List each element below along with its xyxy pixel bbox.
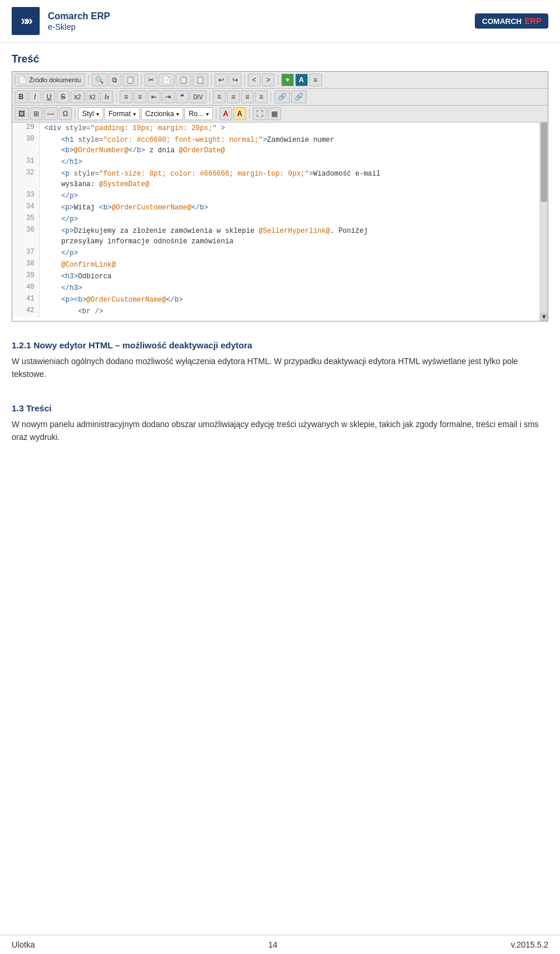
paste-button[interactable]: 📋 — [123, 74, 138, 86]
code-lines-container: 29 <div style="padding: 10px; margin: 20… — [12, 123, 548, 317]
style-label: Styl — [82, 110, 94, 118]
table-button[interactable]: ⊞ — [30, 107, 43, 120]
paste2-button[interactable]: 📋 — [176, 74, 191, 86]
indent-button[interactable]: ⇥ — [162, 90, 174, 103]
subscript-button[interactable]: x2 — [71, 90, 85, 103]
logo-text: Comarch ERP e-Sklep — [48, 11, 110, 31]
line-num-35: 35 — [12, 214, 40, 225]
scrollbar-down-arrow[interactable]: ▼ — [540, 313, 548, 321]
logo-icon: »» — [12, 7, 40, 35]
style-dropdown[interactable]: Styl — [78, 107, 103, 120]
less-button[interactable]: < — [248, 74, 261, 86]
separator-9 — [75, 109, 75, 119]
underline-button[interactable]: U — [43, 90, 55, 103]
line-content-33: </p> — [40, 190, 548, 202]
section-121: 1.2.1 Nowy edytor HTML – możliwość deakt… — [12, 336, 548, 394]
bold-button[interactable]: B — [15, 90, 27, 103]
html-editor[interactable]: 📄 Źródło dokumentu 🔍 ⧉ 📋 ✂ 📄 📋 📋 ↩ ↪ < >… — [12, 71, 548, 322]
symbol-button[interactable]: Ω — [59, 107, 72, 120]
page-body: Treść 📄 Źródło dokumentu 🔍 ⧉ 📋 ✂ 📄 📋 📋 ↩… — [0, 43, 560, 457]
separator-1 — [88, 75, 89, 85]
italic-button[interactable]: I — [29, 90, 41, 103]
line-num-33: 33 — [12, 190, 40, 202]
separator-8 — [271, 92, 271, 102]
outdent-button[interactable]: ⇤ — [148, 90, 160, 103]
bg-color-button[interactable]: A — [233, 107, 246, 120]
image-button[interactable]: ✦ — [281, 74, 294, 86]
list-ul-button[interactable]: ≡ — [134, 90, 146, 103]
code-line-41: 41 <p><b>@OrderCustomerName@</b> — [12, 294, 548, 306]
section-title: Treść — [12, 53, 548, 65]
unlink-button[interactable]: 🔗 — [291, 90, 307, 103]
logo-area: »» Comarch ERP e-Sklep — [12, 7, 110, 35]
text-color-button[interactable]: A — [219, 107, 232, 120]
code-line-34: 34 <p>Witaj <b>@OrderCustomerName@</b> — [12, 202, 548, 214]
line-num-37: 37 — [12, 247, 40, 259]
line-content-36: <p>Dziękujemy za złożenie zamówienia w s… — [40, 225, 548, 247]
code-line-30: 30 <h1 style="color: #cc6600; font-weigh… — [12, 134, 548, 156]
code-line-36: 36 <p>Dziękujemy za złożenie zamówienia … — [12, 225, 548, 247]
fullscreen-button[interactable]: ⛶ — [253, 107, 267, 120]
source-button[interactable]: 📄 Źródło dokumentu — [15, 74, 85, 86]
code-line-40: 40 </h3> — [12, 282, 548, 294]
line-content-31: </h1> — [40, 156, 548, 168]
code-line-42: 42 <br /> — [12, 306, 548, 317]
font-dropdown[interactable]: Czcionka — [141, 107, 183, 120]
superscript-button[interactable]: x2 — [86, 90, 100, 103]
strikethrough-button[interactable]: S — [57, 90, 69, 103]
find-button[interactable]: 🔍 — [92, 74, 107, 86]
heading-121: 1.2.1 Nowy edytor HTML – możliwość deakt… — [12, 340, 548, 350]
align-justify-button[interactable]: ≡ — [255, 90, 268, 103]
font-label: Czcionka — [145, 110, 174, 118]
badge-comarch-text: COMARCH — [482, 17, 522, 26]
paste3-button[interactable]: 📋 — [192, 74, 208, 86]
logo-subtitle: e-Sklep — [48, 22, 110, 32]
page-header: »» Comarch ERP e-Sklep COMARCH ERP — [0, 0, 560, 43]
logo-arrows-icon: »» — [21, 13, 30, 29]
align-button[interactable]: ≡ — [309, 74, 322, 86]
toolbar-row-3: 🖼 ⊞ — Ω Styl Format Czcionka Ro... A A ⛶… — [12, 106, 548, 123]
line-content-30: <h1 style="color: #cc6600; font-weight: … — [40, 134, 548, 156]
list-ol-button[interactable]: ≡ — [120, 90, 132, 103]
font-button[interactable]: A — [295, 74, 308, 86]
align-right-button[interactable]: ≡ — [241, 90, 254, 103]
toolbar-row-1: 📄 Źródło dokumentu 🔍 ⧉ 📋 ✂ 📄 📋 📋 ↩ ↪ < >… — [12, 72, 548, 89]
code-line-29: 29 <div style="padding: 10px; margin: 20… — [12, 123, 548, 134]
section-13: 1.3 Treści W nowym panelu administracyjn… — [12, 394, 548, 457]
redo-button[interactable]: ↪ — [229, 74, 242, 86]
line-num-30: 30 — [12, 134, 40, 156]
hr-button[interactable]: — — [44, 107, 58, 120]
code-line-38: 38 @ConfirmLink@ — [12, 259, 548, 271]
cut-button[interactable]: ✂ — [145, 74, 158, 86]
undo-button[interactable]: ↩ — [215, 74, 228, 86]
extra-button[interactable]: ▦ — [268, 107, 281, 120]
link-button[interactable]: 🔗 — [274, 90, 290, 103]
page-footer: Ulotka 14 v.2015.5.2 — [0, 935, 560, 954]
comarch-badge: COMARCH ERP — [475, 13, 548, 29]
align-center-button[interactable]: ≡ — [227, 90, 240, 103]
separator-11 — [249, 109, 250, 119]
code-editor-area[interactable]: 29 <div style="padding: 10px; margin: 20… — [12, 123, 548, 321]
footer-version: v.2015.5.2 — [511, 940, 548, 949]
line-content-37: </p> — [40, 247, 548, 259]
separator-4 — [244, 75, 245, 85]
clear-format-button[interactable]: Ix — [100, 90, 113, 103]
footer-page: 14 — [268, 940, 278, 949]
separator-5 — [278, 75, 278, 85]
align-left-button[interactable]: ≡ — [213, 90, 226, 103]
code-line-39: 39 <h3>Odbiorca — [12, 271, 548, 282]
scrollbar-thumb[interactable] — [541, 123, 547, 202]
copy2-button[interactable]: 📄 — [159, 74, 174, 86]
line-num-29: 29 — [12, 123, 40, 134]
blockquote-button[interactable]: ❝ — [176, 90, 188, 103]
size-label: Ro... — [188, 110, 203, 118]
greater-button[interactable]: > — [262, 74, 275, 86]
dtd-button[interactable]: DIV — [190, 90, 206, 103]
section-13-para1: W nowym panelu administracyjnym dodano o… — [12, 418, 548, 444]
line-content-42: <br /> — [40, 306, 548, 317]
line-num-40: 40 — [12, 282, 40, 294]
size-dropdown[interactable]: Ro... — [184, 107, 212, 120]
image-insert-button[interactable]: 🖼 — [15, 107, 29, 120]
copy-button[interactable]: ⧉ — [108, 74, 121, 86]
format-dropdown[interactable]: Format — [104, 107, 140, 120]
